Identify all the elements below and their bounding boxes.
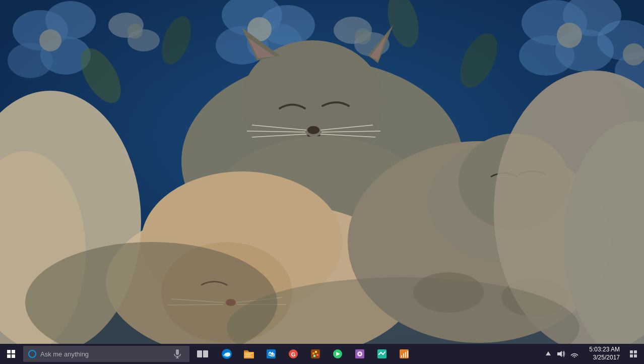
app9-icon (399, 348, 410, 359)
svg-rect-75 (245, 353, 253, 354)
app4-icon: G (288, 348, 299, 359)
taskbar-app-6[interactable] (327, 344, 349, 364)
svg-rect-103 (630, 354, 633, 357)
svg-point-26 (127, 24, 143, 39)
svg-rect-94 (401, 355, 402, 357)
task-view-button[interactable] (191, 344, 214, 364)
clock-date: 3/25/2017 (593, 354, 620, 362)
tray-icons (539, 348, 584, 359)
taskbar-app-4[interactable]: G (282, 344, 304, 364)
search-placeholder-text: Ask me anything (40, 350, 166, 358)
svg-rect-101 (630, 350, 633, 353)
volume-button[interactable] (556, 348, 567, 359)
app6-icon (332, 348, 343, 359)
svg-point-16 (557, 23, 582, 48)
system-tray: 5:03:23 AM 3/25/2017 (539, 344, 644, 364)
svg-text:🛍: 🛍 (268, 350, 275, 358)
app8-icon (376, 348, 388, 359)
file-explorer-icon (243, 348, 254, 359)
svg-rect-82 (311, 349, 320, 358)
svg-rect-66 (7, 350, 11, 353)
clock-time: 5:03:23 AM (589, 346, 620, 354)
windows-logo-icon (7, 350, 15, 358)
taskbar-app-file-explorer[interactable] (238, 344, 260, 364)
svg-rect-68 (7, 354, 11, 358)
svg-rect-83 (312, 352, 314, 354)
desktop (0, 0, 644, 344)
volume-icon (557, 350, 565, 357)
taskbar-app-9[interactable] (393, 344, 415, 364)
svg-rect-85 (316, 354, 318, 356)
svg-point-91 (359, 353, 361, 355)
search-bar[interactable]: Ask me anything (23, 346, 189, 362)
action-center-icon (629, 350, 637, 358)
svg-rect-84 (315, 351, 317, 353)
svg-rect-67 (12, 350, 15, 353)
wallpaper (0, 0, 644, 344)
microphone-button[interactable] (170, 347, 184, 361)
svg-rect-77 (245, 356, 252, 357)
taskbar-app-8[interactable] (371, 344, 393, 364)
microphone-icon (174, 349, 181, 358)
edge-icon (221, 348, 232, 359)
task-view-icon (197, 350, 208, 357)
taskbar: Ask me anything (0, 344, 644, 364)
svg-point-36 (307, 126, 319, 134)
svg-marker-99 (557, 351, 562, 357)
svg-point-6 (39, 29, 61, 51)
chevron-up-icon (546, 350, 551, 357)
app5-icon (310, 348, 321, 359)
svg-point-19 (623, 43, 644, 66)
svg-rect-69 (12, 354, 15, 358)
clock[interactable]: 5:03:23 AM 3/25/2017 (584, 344, 625, 364)
svg-rect-95 (403, 353, 404, 357)
pinned-apps: 🛍 G (216, 344, 415, 364)
svg-text:G: G (291, 351, 296, 357)
cortana-icon (28, 350, 36, 358)
svg-rect-76 (245, 354, 251, 355)
svg-point-100 (574, 356, 575, 357)
show-hidden-icons-button[interactable] (543, 348, 554, 359)
svg-rect-86 (313, 355, 315, 357)
taskbar-app-store[interactable]: 🛍 (260, 344, 282, 364)
svg-marker-98 (546, 351, 551, 355)
svg-rect-102 (634, 350, 637, 353)
network-button[interactable] (569, 348, 580, 359)
notifications-button[interactable] (625, 344, 642, 364)
app7-icon (354, 348, 365, 359)
svg-rect-70 (176, 349, 179, 355)
svg-point-29 (355, 28, 371, 44)
network-icon (570, 350, 578, 357)
store-icon: 🛍 (266, 348, 277, 359)
start-button[interactable] (0, 344, 22, 364)
svg-rect-96 (405, 352, 406, 357)
taskbar-app-5[interactable] (304, 344, 327, 364)
taskbar-app-edge[interactable] (216, 344, 238, 364)
svg-rect-104 (634, 354, 637, 357)
svg-rect-97 (407, 351, 408, 357)
taskbar-app-7[interactable] (349, 344, 371, 364)
